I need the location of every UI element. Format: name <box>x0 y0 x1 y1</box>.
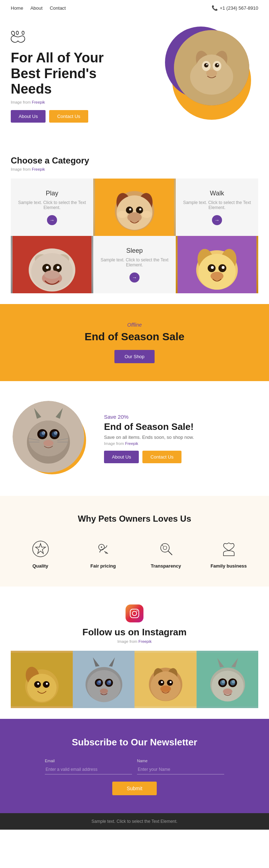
insta-source-link[interactable]: Freepik <box>138 639 152 644</box>
svg-line-68 <box>162 545 163 546</box>
walk-title: Walk <box>210 190 224 197</box>
svg-line-66 <box>168 551 172 555</box>
hero-content: For All of Your Best Friend's Needs Imag… <box>11 31 133 123</box>
svg-point-23 <box>142 211 152 218</box>
svg-point-22 <box>117 211 127 218</box>
hero-contact-button[interactable]: Contact Us <box>49 110 88 123</box>
save-desc: Save on all items. Ends soon, so shop no… <box>104 435 258 440</box>
hero-section: For All of Your Best Friend's Needs Imag… <box>0 16 269 141</box>
phone-icon: 📞 <box>212 5 218 11</box>
walk-arrow[interactable]: → <box>212 215 222 225</box>
newsletter-section: Subscribe to Our Newsletter Email Name S… <box>0 719 269 813</box>
sleep-arrow[interactable]: → <box>129 272 140 283</box>
nav-about[interactable]: About <box>30 5 43 11</box>
save-about-button[interactable]: About Us <box>104 451 139 463</box>
family-icon <box>218 538 240 560</box>
save-cat-photo <box>13 401 84 473</box>
newsletter-fields: Email Name <box>45 759 224 774</box>
phone-number: +1 (234) 567-8910 <box>220 5 258 11</box>
footer-text: Sample text. Click to select the Text El… <box>11 819 258 824</box>
sleep-desc: Sample text. Click to select the Text El… <box>100 257 169 267</box>
hero-source-link[interactable]: Freepik <box>32 100 45 104</box>
svg-point-78 <box>37 683 39 685</box>
golden-face <box>176 236 258 293</box>
beagle-face <box>93 179 176 236</box>
category-source-link[interactable]: Freepik <box>32 167 45 171</box>
svg-point-79 <box>46 683 48 685</box>
svg-marker-62 <box>36 544 46 554</box>
golden-photo <box>176 236 258 293</box>
instagram-photo-2 <box>73 651 135 708</box>
category-bulldog-image <box>11 236 93 293</box>
hero-logo-icon <box>11 31 133 47</box>
svg-point-8 <box>215 63 219 67</box>
newsletter-form: Email Name Submit <box>11 759 258 795</box>
why-family: Family business <box>207 538 250 569</box>
sale-tag: Offline <box>11 322 258 328</box>
newsletter-title: Subscribe to Our Newsletter <box>11 737 258 748</box>
quality-icon <box>30 538 51 560</box>
svg-point-71 <box>137 611 138 612</box>
instagram-icon <box>126 604 143 622</box>
category-grid: Play Sample text. Click to select the Te… <box>11 179 258 293</box>
svg-point-106 <box>211 671 244 702</box>
walk-desc: Sample text. Click to select the Text El… <box>183 200 251 210</box>
category-beagle-image <box>93 179 176 236</box>
our-shop-button[interactable]: Our Shop <box>114 350 155 363</box>
svg-point-32 <box>57 266 60 269</box>
svg-point-90 <box>107 680 111 685</box>
save-buttons: About Us Contact Us <box>104 451 258 463</box>
save-source: Image from Freepik <box>104 441 258 446</box>
name-label: Name <box>137 759 147 763</box>
svg-point-99 <box>161 681 163 683</box>
pricing-label: Fair pricing <box>90 563 116 569</box>
email-field-wrapper: Email <box>45 759 132 774</box>
svg-point-112 <box>230 680 235 686</box>
category-section: Choose a Category Image from Freepik Pla… <box>0 141 269 304</box>
play-title: Play <box>46 190 58 197</box>
why-quality: Quality <box>19 538 62 569</box>
save-source-link[interactable]: Freepik <box>125 441 138 446</box>
hero-about-button[interactable]: About Us <box>11 110 46 123</box>
svg-point-21 <box>127 212 142 222</box>
instagram-source: Image from Freepik <box>11 639 258 644</box>
svg-rect-69 <box>130 609 139 618</box>
why-grid: Quality Fair pricing <box>11 538 258 569</box>
nav-home[interactable]: Home <box>11 5 23 11</box>
family-label: Family business <box>211 563 247 569</box>
nav-contact[interactable]: Contact <box>50 5 66 11</box>
nav-phone: 📞 +1 (234) 567-8910 <box>212 5 258 11</box>
svg-point-20 <box>139 208 141 210</box>
sale-title: End of Season Sale <box>11 331 258 343</box>
svg-point-75 <box>27 674 57 702</box>
svg-point-10 <box>217 64 218 65</box>
bulldog-face <box>11 236 93 293</box>
bulldog-photo <box>11 236 93 293</box>
submit-button[interactable]: Submit <box>112 782 157 795</box>
hero-buttons: About Us Contact Us <box>11 110 133 123</box>
save-section: Save 20% End of Season Sale! Save on all… <box>0 381 269 496</box>
quality-label: Quality <box>32 563 48 569</box>
svg-point-67 <box>163 546 167 550</box>
svg-point-89 <box>96 680 101 685</box>
instagram-photo-3 <box>134 651 197 708</box>
svg-point-43 <box>222 266 225 269</box>
svg-point-55 <box>52 431 57 437</box>
play-arrow[interactable]: → <box>47 215 57 225</box>
hero-dog-photo <box>174 30 249 105</box>
email-input[interactable] <box>45 764 132 774</box>
svg-point-31 <box>46 266 49 269</box>
category-sleep-card: Sleep Sample text. Click to select the T… <box>93 236 176 293</box>
category-golden-image <box>176 236 258 293</box>
name-input[interactable] <box>137 764 224 774</box>
beagle-photo <box>93 179 176 236</box>
transparency-icon <box>155 538 177 560</box>
instagram-grid <box>11 651 258 708</box>
why-pricing: Fair pricing <box>82 538 125 569</box>
transparency-label: Transparency <box>151 563 181 569</box>
nav-links: Home About Contact <box>11 5 66 11</box>
play-desc: Sample text. Click to select the Text El… <box>18 200 86 210</box>
save-contact-button[interactable]: Contact Us <box>142 451 181 463</box>
svg-point-9 <box>206 64 208 65</box>
hero-image <box>158 27 258 127</box>
